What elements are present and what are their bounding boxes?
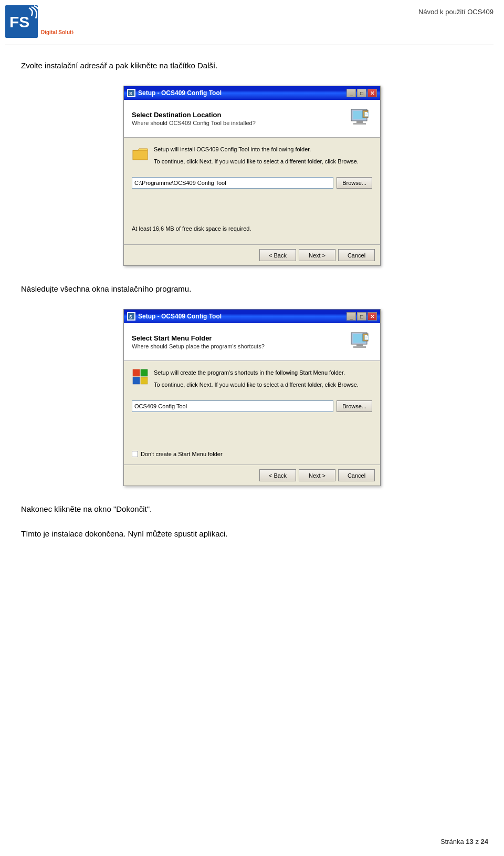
svg-text:S: S	[129, 91, 132, 96]
svg-text:FS: FS	[9, 13, 29, 30]
page-footer-separator: z	[474, 838, 481, 845]
destination-path-input[interactable]	[132, 177, 333, 189]
close-button-2[interactable]: ✕	[368, 312, 377, 321]
dialog-destination: S Setup - OCS409 Config Tool _ □ ✕ Selec…	[123, 86, 381, 266]
next-button-2[interactable]: Next >	[299, 469, 335, 481]
svg-text:S: S	[129, 314, 132, 319]
logo: FS Digital Solutions	[5, 5, 74, 39]
dialog-1-disk-text: At least 16,6 MB of free disk space is r…	[132, 225, 372, 232]
page-number-total: 24	[481, 838, 488, 845]
dialog-2-title-text: Setup - OCS409 Config Tool	[138, 313, 222, 320]
page-footer-prefix: Stránka	[440, 838, 466, 845]
dialog-2-checkbox-row[interactable]: Don't create a Start Menu folder	[132, 451, 372, 457]
dialog-2-continue-text: To continue, click Next. If you would li…	[154, 380, 359, 389]
instruction-2: Následujte všechna okna instalačního pro…	[21, 284, 483, 293]
svg-text:📄: 📄	[364, 335, 369, 340]
instruction-1: Zvolte instalační adresář a pak klikněte…	[21, 61, 483, 70]
dialog-1-footer: < Back Next > Cancel	[124, 244, 380, 265]
dialog-2-header: Select Start Menu Folder Where should Se…	[124, 323, 380, 361]
dialog-1-titlebar: S Setup - OCS409 Config Tool _ □ ✕	[124, 86, 380, 100]
dialog-1-icon: S	[127, 89, 135, 97]
dialog-2-header-subtitle: Where should Setup place the program's s…	[132, 343, 265, 349]
dialog-2-body-row: Setup will create the program's shortcut…	[132, 368, 372, 394]
dialog-2-body-texts: Setup will create the program's shortcut…	[154, 368, 359, 394]
dialog-1-body-texts: Setup will install OCS409 Config Tool in…	[154, 145, 359, 171]
no-startmenu-checkbox[interactable]	[132, 451, 138, 457]
dialog-2-header-texts: Select Start Menu Folder Where should Se…	[132, 334, 265, 349]
startmenu-path-input[interactable]	[132, 400, 333, 412]
dialog-2-header-title: Select Start Menu Folder	[132, 334, 265, 342]
svg-rect-8	[353, 123, 366, 125]
footer-instruction-2: Tímto je instalace dokončena. Nyní můžet…	[21, 529, 483, 538]
folder-svg	[132, 145, 149, 162]
logo-image: FS Digital Solutions	[5, 5, 74, 39]
dialog-2-icon: S	[127, 312, 135, 321]
startmenu-icon	[132, 368, 149, 385]
dialog-2-spacer	[132, 417, 372, 449]
dialog-2-header-icon: 📄	[347, 328, 372, 355]
dialog-1-continue-text: To continue, click Next. If you would li…	[154, 157, 359, 166]
page-footer: Stránka 13 z 24	[440, 838, 488, 845]
startmenu-svg	[132, 368, 149, 385]
dialog-1-body-row: Setup will install OCS409 Config Tool in…	[132, 145, 372, 171]
svg-rect-22	[141, 377, 148, 384]
header-title: Návod k použití OCS409	[418, 5, 494, 16]
back-button-2[interactable]: < Back	[259, 469, 296, 481]
dialog-1-header-subtitle: Where should OCS409 Config Tool be insta…	[132, 120, 256, 126]
minimize-button[interactable]: _	[346, 89, 356, 97]
computer-install-icon-2: 📄	[347, 328, 372, 354]
svg-text:Digital Solutions: Digital Solutions	[41, 29, 74, 35]
browse-button-2[interactable]: Browse...	[337, 400, 372, 412]
svg-rect-16	[353, 346, 366, 348]
dialog-1-title-text: Setup - OCS409 Config Tool	[138, 89, 222, 97]
page-header: FS Digital Solutions Návod k použití OCS…	[0, 0, 504, 39]
dialog-2-controls[interactable]: _ □ ✕	[346, 312, 377, 321]
cancel-button-1[interactable]: Cancel	[338, 249, 375, 261]
next-button-1[interactable]: Next >	[299, 249, 335, 261]
dialog-2-titlebar: S Setup - OCS409 Config Tool _ □ ✕	[124, 310, 380, 323]
dialog-1-header: Select Destination Location Where should…	[124, 100, 380, 138]
dialog-1-body: Setup will install OCS409 Config Tool in…	[124, 138, 380, 244]
computer-install-icon: 📄	[347, 105, 372, 130]
dialog-2-body-text: Setup will create the program's shortcut…	[154, 368, 359, 377]
minimize-button-2[interactable]: _	[346, 312, 356, 321]
dialog-1-body-text: Setup will install OCS409 Config Tool in…	[154, 145, 359, 154]
maximize-button[interactable]: □	[357, 89, 366, 97]
svg-rect-20	[141, 369, 148, 376]
dialog-1-controls[interactable]: _ □ ✕	[346, 89, 377, 97]
close-button[interactable]: ✕	[368, 89, 377, 97]
back-button-1[interactable]: < Back	[259, 249, 296, 261]
setup-icon-2: S	[128, 313, 135, 320]
svg-rect-21	[133, 377, 140, 384]
dialog-1-spacer	[132, 194, 372, 225]
dialog-1-header-icon: 📄	[347, 105, 372, 132]
maximize-button-2[interactable]: □	[357, 312, 366, 321]
svg-rect-15	[356, 344, 363, 346]
svg-rect-19	[133, 369, 140, 376]
dialog-2-body: Setup will create the program's shortcut…	[124, 361, 380, 465]
cancel-button-2[interactable]: Cancel	[338, 469, 375, 481]
dialog-1-path-row[interactable]: Browse...	[132, 177, 372, 189]
no-startmenu-label: Don't create a Start Menu folder	[141, 451, 223, 457]
browse-button-1[interactable]: Browse...	[337, 177, 372, 189]
setup-icon: S	[128, 89, 135, 97]
dialog-startmenu: S Setup - OCS409 Config Tool _ □ ✕ Selec…	[123, 309, 381, 486]
dialog-1-title-left: S Setup - OCS409 Config Tool	[127, 89, 222, 97]
dialog-2-footer: < Back Next > Cancel	[124, 465, 380, 486]
main-content: Zvolte instalační adresář a pak klikněte…	[0, 45, 504, 570]
dialog-2-title-left: S Setup - OCS409 Config Tool	[127, 312, 222, 321]
page-number-current: 13	[466, 838, 473, 845]
dialog-1-header-title: Select Destination Location	[132, 111, 256, 119]
footer-instruction-1: Nakonec klikněte na okno "Dokončit".	[21, 504, 483, 513]
svg-text:📄: 📄	[364, 111, 369, 117]
dialog-2-path-row[interactable]: Browse...	[132, 400, 372, 412]
svg-rect-7	[356, 121, 363, 123]
folder-icon	[132, 145, 149, 162]
dialog-1-header-texts: Select Destination Location Where should…	[132, 111, 256, 126]
